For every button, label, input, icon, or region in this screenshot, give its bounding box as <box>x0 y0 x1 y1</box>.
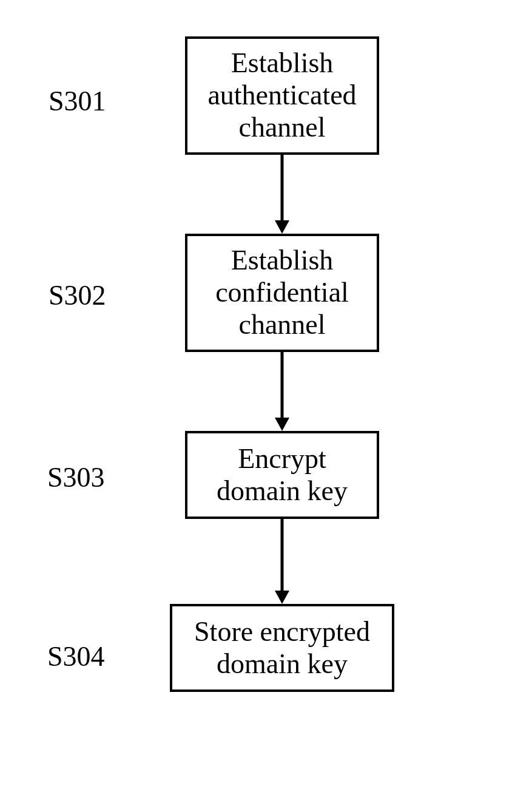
flow-box-s304: Store encrypted domain key <box>170 604 394 692</box>
box-line: domain key <box>217 475 348 507</box>
svg-marker-1 <box>275 220 289 234</box>
box-line: Encrypt <box>238 443 326 475</box>
arrow-icon <box>275 155 289 234</box>
box-line: authenticated <box>207 80 356 112</box>
box-line: channel <box>238 309 325 341</box>
box-line: Store encrypted <box>194 616 370 648</box>
flow-box-s303: Encrypt domain key <box>185 431 379 519</box>
box-line: Establish <box>231 47 334 80</box>
box-line: confidential <box>215 277 349 309</box>
box-line: domain key <box>217 648 348 680</box>
arrow-icon <box>275 519 289 604</box>
box-line: channel <box>238 112 325 144</box>
step-label-s301: S301 <box>49 85 106 117</box>
step-label-s302: S302 <box>49 279 106 311</box>
step-label-s304: S304 <box>47 640 105 673</box>
svg-marker-5 <box>275 591 289 604</box>
flow-box-s302: Establish confidential channel <box>185 234 379 352</box>
box-line: Establish <box>231 245 334 277</box>
step-label-s303: S303 <box>47 461 105 493</box>
flow-box-s301: Establish authenticated channel <box>185 36 379 155</box>
arrow-icon <box>275 352 289 431</box>
svg-marker-3 <box>275 418 289 431</box>
